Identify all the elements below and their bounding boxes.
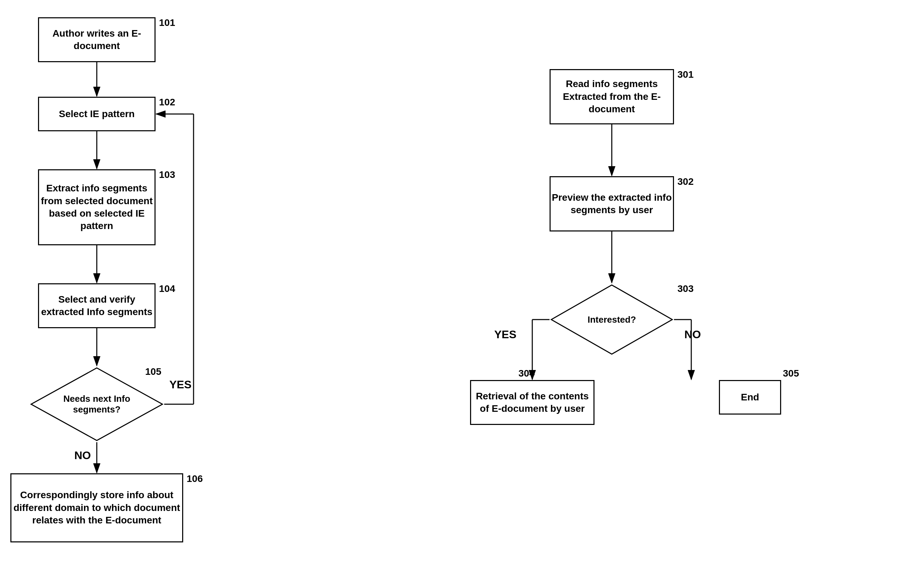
box-106: Correspondingly store info about differe…	[10, 473, 183, 542]
box-101: Author writes an E-document	[38, 17, 156, 62]
box-102: Select IE pattern	[38, 97, 156, 131]
box-304: Retrieval of the contents of E-document …	[470, 380, 595, 425]
ref-104: 104	[159, 283, 175, 294]
no-label-303: NO	[684, 328, 701, 341]
ref-305: 305	[783, 368, 799, 379]
diamond-105: Needs next Info segments?	[29, 366, 164, 442]
ref-301: 301	[677, 69, 694, 80]
ref-103: 103	[159, 169, 175, 181]
no-label-105: NO	[74, 449, 91, 462]
yes-label-303: YES	[494, 328, 516, 341]
ref-303: 303	[677, 283, 694, 294]
box-104: Select and verify extracted Info segment…	[38, 283, 156, 328]
box-103: Extract info segments from selected docu…	[38, 169, 156, 245]
diamond-303: Interested?	[550, 283, 674, 356]
ref-102: 102	[159, 97, 175, 108]
ref-106: 106	[187, 473, 203, 485]
box-301: Read info segments Extracted from the E-…	[550, 69, 674, 124]
ref-101: 101	[159, 17, 175, 28]
box-302: Preview the extracted info segments by u…	[550, 176, 674, 231]
yes-label-105: YES	[169, 378, 192, 391]
ref-304: 304	[519, 368, 535, 379]
diagram-container: Author writes an E-document 101 Select I…	[0, 0, 899, 588]
ref-105: 105	[145, 366, 161, 377]
box-305: End	[719, 380, 781, 415]
ref-302: 302	[677, 176, 694, 187]
